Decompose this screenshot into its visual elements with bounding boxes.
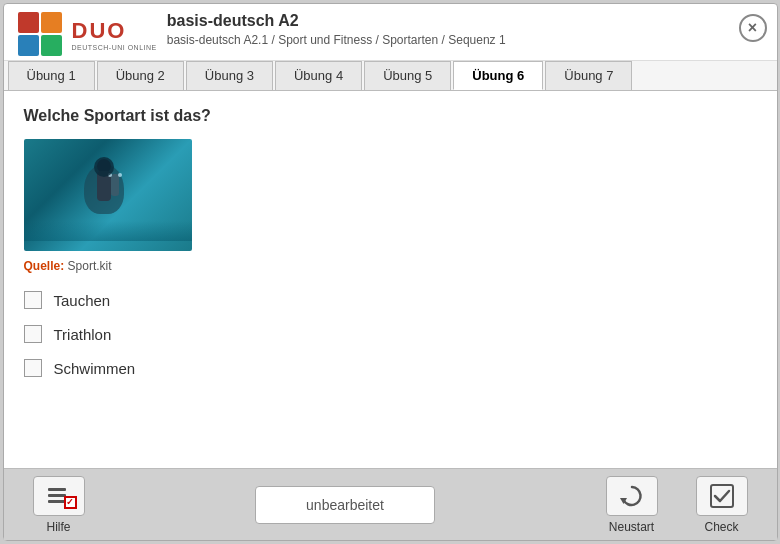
logo-area: DUO DEUTSCH-UNI ONLINE [18, 12, 157, 56]
status-button[interactable]: unbearbeitet [255, 486, 435, 524]
hilfe-icon: ✓ [33, 476, 85, 516]
logo-cell-1 [18, 12, 39, 33]
tab-ubung2[interactable]: Übung 2 [97, 61, 184, 90]
tab-ubung5[interactable]: Übung 5 [364, 61, 451, 90]
hilfe-button[interactable]: ✓ Hilfe [24, 476, 94, 534]
checkbox-group: Tauchen Triathlon Schwimmen [24, 291, 757, 377]
diver-head [97, 159, 111, 173]
question-title: Welche Sportart ist das? [24, 107, 757, 125]
main-content: Welche Sportart ist das? Quelle: [4, 91, 777, 468]
tabs-bar: Übung 1 Übung 2 Übung 3 Übung 4 Übung 5 … [4, 61, 777, 91]
neustart-label: Neustart [609, 520, 654, 534]
water-effect [24, 221, 192, 241]
tab-ubung4[interactable]: Übung 4 [275, 61, 362, 90]
duo-sub-text: DEUTSCH-UNI ONLINE [72, 44, 157, 51]
duo-logo-text: DUO [72, 18, 157, 44]
diver-body [97, 171, 111, 201]
tab-ubung1[interactable]: Übung 1 [8, 61, 95, 90]
source-value: Sport.kit [68, 259, 112, 273]
check-button[interactable]: Check [687, 476, 757, 534]
diver-figure [79, 159, 129, 219]
logo-cell-4 [41, 35, 62, 56]
checkbox-tauchen[interactable] [24, 291, 42, 309]
check-icon [696, 476, 748, 516]
checkbox-schwimmen[interactable] [24, 359, 42, 377]
bubble1 [108, 173, 112, 177]
logo-cell-3 [18, 35, 39, 56]
bubble2 [118, 173, 122, 177]
checkbox-item-tauchen[interactable]: Tauchen [24, 291, 757, 309]
logo-grid [18, 12, 62, 56]
header: DUO DEUTSCH-UNI ONLINE basis-deutsch A2 … [4, 4, 777, 61]
app-window: DUO DEUTSCH-UNI ONLINE basis-deutsch A2 … [3, 3, 778, 541]
tab-ubung6[interactable]: Übung 6 [453, 61, 543, 90]
hilfe-checkbox-icon: ✓ [64, 496, 77, 509]
check-label: Check [704, 520, 738, 534]
hilfe-line-1 [48, 488, 66, 491]
checkbox-label-tauchen: Tauchen [54, 292, 111, 309]
hilfe-label: Hilfe [46, 520, 70, 534]
tab-ubung3[interactable]: Übung 3 [186, 61, 273, 90]
footer-center: unbearbeitet [94, 486, 597, 524]
neustart-button[interactable]: Neustart [597, 476, 667, 534]
checkbox-label-schwimmen: Schwimmen [54, 360, 136, 377]
checkbox-item-triathlon[interactable]: Triathlon [24, 325, 757, 343]
checkbox-label-triathlon: Triathlon [54, 326, 112, 343]
window-title: basis-deutsch A2 [167, 12, 506, 30]
footer-right: Neustart Check [597, 476, 757, 534]
bubbles [107, 164, 123, 182]
header-titles: basis-deutsch A2 basis-deutsch A2.1 / Sp… [167, 12, 506, 47]
close-button[interactable]: × [739, 14, 767, 42]
tab-ubung7[interactable]: Übung 7 [545, 61, 632, 90]
logo-cell-2 [41, 12, 62, 33]
checkbox-triathlon[interactable] [24, 325, 42, 343]
neustart-icon [606, 476, 658, 516]
window-subtitle: basis-deutsch A2.1 / Sport und Fitness /… [167, 33, 506, 47]
footer: ✓ Hilfe unbearbeitet Neustart [4, 468, 777, 540]
image-container [24, 139, 757, 251]
source-line: Quelle: Sport.kit [24, 259, 757, 273]
source-label: Quelle: [24, 259, 65, 273]
hilfe-checkmark: ✓ [66, 497, 74, 507]
sport-image [24, 139, 192, 251]
checkbox-item-schwimmen[interactable]: Schwimmen [24, 359, 757, 377]
